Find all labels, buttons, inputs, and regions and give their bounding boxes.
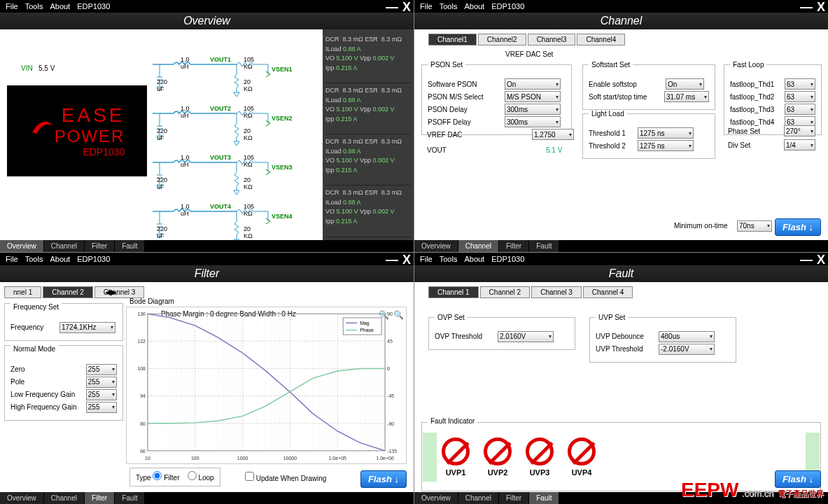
vin-label: VIN (21, 64, 33, 72)
fastloop-thd3-select[interactable]: 63 (785, 104, 815, 115)
pole-select[interactable]: 255 (86, 377, 117, 388)
metrics-block: DCR 8.3 mΩ ESR 8.3 mΩ ILoad 0.88 A VO 5.… (325, 186, 411, 237)
tab-filter[interactable]: Filter (499, 240, 529, 252)
tab-channel2[interactable]: Channel 2 (43, 286, 93, 298)
softstart-time-select[interactable]: 31.07 ms (664, 91, 709, 102)
tab-fault[interactable]: Fault (115, 240, 145, 252)
psoff-delay-select[interactable]: 300ms (505, 116, 561, 127)
tab-channel3[interactable]: Channel3 (528, 34, 576, 46)
tab-fault[interactable]: Fault (115, 492, 145, 504)
svg-text:136: 136 (137, 312, 146, 316)
bode-plot: 101001000100001.0e+051.0e+06668094108122… (126, 307, 407, 465)
zero-select[interactable]: 255 (86, 364, 117, 375)
softstop-enable-select[interactable]: On (666, 78, 704, 90)
flash-button[interactable]: Flash (360, 470, 407, 488)
menu-about[interactable]: About (50, 2, 70, 10)
fault-indicator-uvp4: UVP4 (568, 438, 596, 477)
tab-filter[interactable]: Filter (85, 492, 115, 504)
vref-dac-select[interactable]: 1.2750 (532, 129, 574, 140)
threshold2-select[interactable]: 1275 ns (638, 140, 694, 151)
svg-text:1.0e+06: 1.0e+06 (376, 456, 394, 461)
tab-overview[interactable]: Overview (414, 492, 458, 504)
titlebar-channel: Channel —X (414, 13, 828, 29)
lfg-select[interactable]: 255 (86, 389, 117, 400)
tab-filter[interactable]: Filter (85, 240, 115, 252)
menubar: File Tools About EDP1030 (414, 0, 828, 13)
pson-delay-select[interactable]: 300ms (505, 104, 561, 115)
bode-title: Bode Diagram (129, 298, 174, 305)
tab-channel[interactable]: Channel (458, 492, 499, 504)
menu-product: EDP1030 (77, 2, 110, 10)
metrics-block: DCR 8.3 mΩ ESR 8.3 mΩ ILoad 0.88 A VO 5.… (325, 83, 411, 134)
tab-channel3[interactable]: Channel 3 (94, 286, 145, 298)
tab-overview[interactable]: Overview (0, 240, 44, 252)
menubar: File Tools About EDP1030 (0, 0, 414, 13)
close-icon[interactable]: X (402, 253, 411, 267)
menu-file[interactable]: File (6, 2, 18, 10)
div-set-select[interactable]: 1/4 (784, 139, 815, 150)
logo: EASE POWER EDP1030 (7, 85, 147, 176)
minimize-icon[interactable]: — (386, 253, 398, 267)
svg-text:94: 94 (140, 393, 146, 398)
frequency-select[interactable]: 1724.1KHz (59, 322, 115, 333)
minimize-icon[interactable]: — (386, 0, 398, 15)
metrics-block: DCR 8.3 mΩ ESR 8.3 mΩ ILoad 0.88 A VO 5.… (325, 32, 411, 83)
tab-channel4[interactable]: Channel4 (577, 34, 625, 46)
fault-indicator-uvp2: UVP2 (484, 438, 512, 477)
svg-text:45: 45 (387, 339, 393, 344)
type-loop-radio[interactable]: Loop (188, 474, 214, 482)
tab-channel[interactable]: Channel (44, 240, 85, 252)
watermark: EEPW.com.cn電子產品世界 (681, 479, 824, 501)
fastloop-thd2-select[interactable]: 63 (785, 91, 815, 102)
tab-overview[interactable]: Overview (0, 492, 44, 504)
uvp-threshold-select[interactable]: -2.0160V (659, 344, 715, 355)
svg-text:-135: -135 (387, 448, 397, 453)
close-icon[interactable]: X (817, 253, 825, 267)
tab-channel[interactable]: Channel (44, 492, 85, 504)
fastloop-thd1-select[interactable]: 63 (785, 78, 815, 90)
svg-text:108: 108 (137, 366, 146, 371)
svg-text:66: 66 (140, 448, 146, 453)
phase-set-select[interactable]: 270° (784, 125, 815, 136)
tab-channel1[interactable]: Channel1 (428, 34, 477, 46)
threshold1-select[interactable]: 1275 ns (638, 127, 694, 139)
ovp-threshold-select[interactable]: 2.0160V (498, 331, 554, 342)
min-ontime-select[interactable]: 70ns (737, 220, 772, 232)
close-icon[interactable]: X (817, 0, 825, 15)
tab-channel2[interactable]: Channel2 (478, 34, 526, 46)
close-icon[interactable]: X (402, 0, 411, 15)
svg-text:1000: 1000 (237, 456, 248, 461)
metrics-block: DCR 8.3 mΩ ESR 8.3 mΩ ILoad 0.88 A VO 5.… (325, 134, 411, 186)
tab-channel1[interactable]: Channel 1 (428, 286, 479, 298)
minimize-icon[interactable]: — (800, 0, 813, 15)
title: Overview (7, 15, 407, 27)
tab-channel3[interactable]: Channel 3 (531, 286, 582, 298)
tab-channel4[interactable]: Channel 4 (583, 286, 633, 298)
update-when-drawing-checkbox[interactable]: Update When Drawing (245, 472, 326, 482)
tab-overview[interactable]: Overview (414, 240, 458, 252)
logo-swoosh-icon (29, 113, 55, 138)
tab-nnel1[interactable]: nnel 1 (4, 286, 41, 298)
svg-text:100: 100 (191, 456, 199, 461)
tab-filter[interactable]: Filter (499, 492, 529, 504)
tab-channel[interactable]: Channel (458, 240, 499, 252)
tab-fault[interactable]: Fault (529, 240, 559, 252)
svg-text:80: 80 (140, 421, 146, 426)
type-filter-radio[interactable]: Filter (153, 474, 179, 482)
uvp-debounce-select[interactable]: 480us (659, 331, 715, 342)
tab-scroll-icon[interactable]: ◀▶ (105, 288, 116, 297)
minimize-icon[interactable]: — (800, 253, 813, 267)
menu-tools[interactable]: Tools (25, 2, 43, 10)
svg-text:1.0e+05: 1.0e+05 (329, 456, 347, 461)
tab-channel2[interactable]: Channel 2 (480, 286, 531, 298)
pson-ms-select[interactable]: M/S PSON (505, 91, 561, 102)
software-pson-select[interactable]: On (505, 78, 561, 90)
titlebar-overview: Overview — X (0, 13, 414, 29)
hfg-select[interactable]: 255 (86, 402, 117, 413)
prohibit-icon (442, 438, 470, 465)
circuit-diagram: VIN 5.5 V EASE POWER EDP1030 (0, 29, 323, 240)
fault-indicator-uvp3: UVP3 (526, 438, 554, 477)
flash-button[interactable]: Flash (775, 218, 821, 236)
tab-fault[interactable]: Fault (529, 492, 559, 504)
type-fieldset: Type Filter Loop (129, 468, 220, 486)
